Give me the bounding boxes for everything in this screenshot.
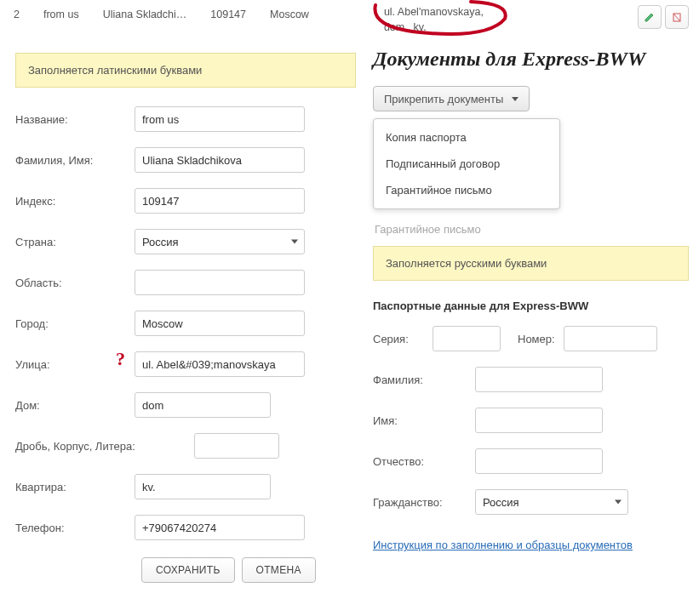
label-number: Номер: bbox=[518, 333, 555, 345]
index-input[interactable] bbox=[135, 188, 305, 214]
label-drob: Дробь, Корпус, Литера: bbox=[15, 440, 194, 453]
label-patronym: Отчество: bbox=[373, 455, 475, 468]
street-input[interactable] bbox=[135, 351, 305, 377]
passport-title: Паспортные данные для Express-BWW bbox=[373, 299, 689, 312]
number-input[interactable] bbox=[564, 326, 657, 351]
edit-icon bbox=[644, 11, 656, 23]
dropdown-item-passport-copy[interactable]: Копия паспорта bbox=[374, 124, 559, 151]
label-name: Название: bbox=[15, 113, 135, 126]
cell-name: from us bbox=[43, 5, 79, 20]
chevron-down-icon bbox=[512, 97, 519, 101]
attach-documents-button[interactable]: Прикрепить документы bbox=[373, 86, 530, 111]
country-select[interactable] bbox=[135, 229, 305, 254]
phone-input[interactable] bbox=[135, 515, 305, 540]
addr-line2: dom , kv. bbox=[384, 20, 484, 36]
save-button[interactable]: СОХРАНИТЬ bbox=[141, 557, 235, 583]
house-input[interactable] bbox=[135, 392, 271, 418]
drob-input[interactable] bbox=[194, 433, 279, 459]
dropdown-item-signed-contract[interactable]: Подписанный договор bbox=[374, 151, 559, 177]
label-country: Страна: bbox=[15, 236, 135, 248]
city-input[interactable] bbox=[135, 311, 305, 336]
annotation-question-mark: ? bbox=[116, 348, 125, 370]
instructions-link[interactable]: Инструкция по заполнению и образцы докум… bbox=[373, 539, 633, 551]
label-index: Индекс: bbox=[15, 195, 135, 208]
cell-num: 2 bbox=[14, 5, 20, 20]
label-region: Область: bbox=[15, 277, 135, 289]
patronym-input[interactable] bbox=[475, 448, 603, 474]
addr-line1: ul. Abel'manovskaya, bbox=[384, 5, 484, 20]
cell-index: 109147 bbox=[210, 5, 246, 20]
edit-icon-button[interactable] bbox=[638, 5, 662, 29]
series-input[interactable] bbox=[433, 326, 501, 351]
name-input[interactable] bbox=[135, 106, 305, 132]
delete-icon-button[interactable] bbox=[665, 5, 689, 29]
label-flat: Квартира: bbox=[15, 481, 135, 493]
documents-panel: Документы для Express-BWW Прикрепить док… bbox=[356, 44, 689, 583]
muted-text: Гарантийное письмо bbox=[375, 223, 689, 236]
cell-address: ul. Abel'manovskaya, dom , kv. bbox=[384, 5, 484, 35]
dropdown-item-guarantee-letter[interactable]: Гарантийное письмо bbox=[374, 177, 559, 203]
region-input[interactable] bbox=[135, 270, 305, 295]
attach-label: Прикрепить документы bbox=[384, 93, 503, 106]
documents-title: Документы для Express-BWW bbox=[373, 48, 689, 71]
summary-row: 2 from us Uliana Skladchi… 109147 Moscow… bbox=[0, 0, 699, 44]
flat-input[interactable] bbox=[135, 474, 271, 499]
address-form: Заполняется латинскими буквами Название:… bbox=[15, 44, 356, 583]
label-lastname: Фамилия: bbox=[373, 374, 475, 386]
russian-banner: Заполняется русскими буквами bbox=[373, 246, 689, 281]
cancel-button[interactable]: ОТМЕНА bbox=[242, 557, 316, 583]
cell-fullname: Uliana Skladchi… bbox=[103, 5, 187, 20]
label-series: Серия: bbox=[373, 333, 433, 345]
label-citizen: Гражданство: bbox=[373, 496, 475, 509]
label-city: Город: bbox=[15, 317, 135, 330]
label-phone: Телефон: bbox=[15, 522, 135, 534]
label-fio: Фамилия, Имя: bbox=[15, 154, 135, 167]
svg-line-1 bbox=[673, 14, 680, 21]
label-firstname: Имя: bbox=[373, 414, 475, 427]
citizen-select[interactable] bbox=[475, 489, 628, 515]
delete-icon bbox=[671, 11, 683, 23]
cell-city: Moscow bbox=[270, 5, 309, 20]
fullname-input[interactable] bbox=[135, 147, 305, 173]
attach-dropdown: Копия паспорта Подписанный договор Гаран… bbox=[373, 118, 560, 209]
lastname-input[interactable] bbox=[475, 367, 603, 392]
firstname-input[interactable] bbox=[475, 408, 603, 433]
label-house: Дом: bbox=[15, 399, 135, 412]
latin-banner: Заполняется латинскими буквами bbox=[15, 53, 356, 88]
